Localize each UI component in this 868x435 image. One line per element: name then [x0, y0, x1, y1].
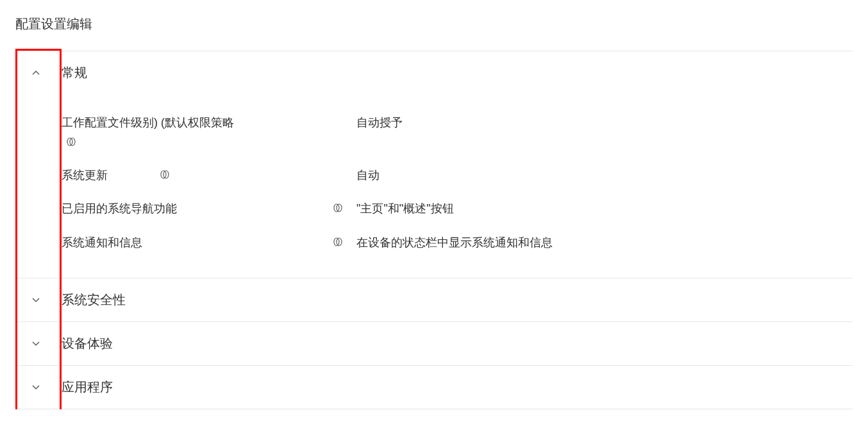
setting-label: 系统更新	[62, 166, 108, 185]
chevron-down-icon	[31, 294, 51, 305]
setting-value: 自动授予	[356, 114, 403, 132]
section-body-general: 工作配置文件级别) (默认权限策略 自动授予	[15, 89, 853, 278]
section-label: 常规	[62, 64, 87, 81]
setting-label: 系统通知和信息	[62, 234, 142, 252]
chevron-up-icon	[31, 68, 51, 78]
setting-row: 工作配置文件级别) (默认权限策略 自动授予	[62, 89, 853, 158]
section-header-system-security[interactable]: 系统安全性	[15, 278, 853, 321]
section-header-general[interactable]: 常规	[15, 51, 853, 89]
section-list: 常规 工作配置文件级别) (默认权限策略	[15, 51, 853, 409]
section-general: 常规 工作配置文件级别) (默认权限策略	[15, 51, 853, 278]
section-applications: 应用程序	[15, 366, 853, 409]
section-device-experience: 设备体验	[15, 322, 853, 366]
setting-row: 已启用的系统导航功能 "主页"和"概述"按钮	[62, 192, 853, 226]
setting-label: 工作配置文件级别) (默认权限策略	[62, 114, 241, 151]
setting-value: 在设备的状态栏中显示系统通知和信息	[356, 234, 553, 252]
setting-label: 已启用的系统导航功能	[62, 200, 177, 218]
chevron-down-icon	[31, 382, 51, 392]
copilot-icon[interactable]	[332, 236, 344, 248]
page-title: 配置设置编辑	[15, 15, 853, 33]
section-label: 设备体验	[62, 335, 113, 352]
copilot-icon[interactable]	[65, 136, 77, 148]
section-header-applications[interactable]: 应用程序	[15, 366, 853, 409]
setting-row: 系统通知和信息 在设备的状态栏中显示系统通知和信息	[62, 226, 853, 260]
setting-value: "主页"和"概述"按钮	[356, 200, 454, 218]
section-label: 应用程序	[62, 379, 113, 396]
setting-row: 系统更新 自动	[62, 158, 853, 192]
copilot-icon[interactable]	[159, 169, 171, 180]
chevron-down-icon	[31, 338, 51, 348]
section-header-device-experience[interactable]: 设备体验	[15, 322, 853, 365]
section-system-security: 系统安全性	[15, 278, 853, 322]
setting-value: 自动	[356, 166, 380, 185]
copilot-icon[interactable]	[332, 202, 344, 214]
section-label: 系统安全性	[62, 291, 126, 309]
